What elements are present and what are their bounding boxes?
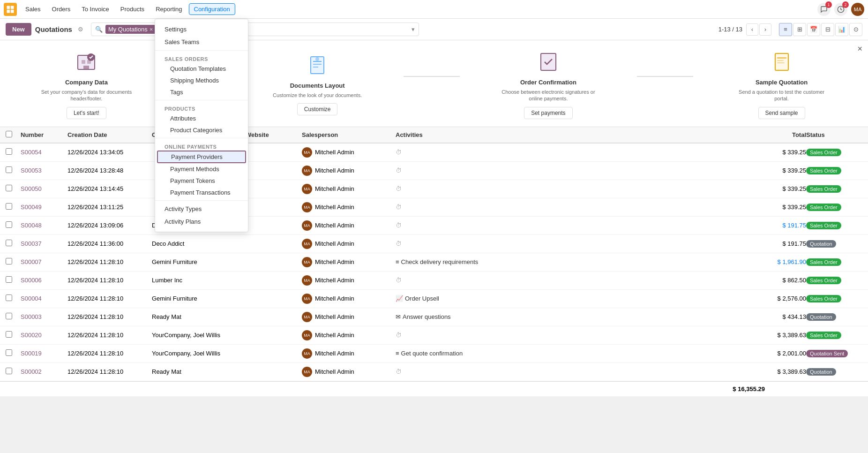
setup-step-docs: Documents Layout Customize the look of y… <box>273 51 362 115</box>
table-row[interactable]: S00049 12/26/2024 13:11:25 MA Mitchell A… <box>0 198 868 217</box>
row-number: S00007 <box>21 258 67 265</box>
row-checkbox[interactable] <box>6 185 12 191</box>
salesperson-avatar: MA <box>302 184 312 194</box>
row-checkbox[interactable] <box>6 166 12 173</box>
menu-quotation-templates[interactable]: Quotation Templates <box>155 63 248 75</box>
filter-tag-close[interactable]: × <box>150 26 153 33</box>
step2-btn[interactable]: Customize <box>297 103 338 115</box>
pagination-range: 1-13 / 13 <box>718 26 742 33</box>
table-row[interactable]: S00006 12/26/2024 11:28:10 Lumber Inc MA… <box>0 272 868 290</box>
menu-payment-transactions[interactable]: Payment Transactions <box>155 187 248 198</box>
menu-activity-types[interactable]: Activity Types <box>155 203 248 215</box>
row-checkbox[interactable] <box>6 276 12 283</box>
row-status-cell: Sales Order <box>806 167 862 174</box>
status-badge: Sales Order <box>806 185 841 193</box>
row-checkbox[interactable] <box>6 258 12 264</box>
view-kanban-btn[interactable]: ⊞ <box>793 23 806 36</box>
table-row[interactable]: S00019 12/26/2024 11:28:10 YourCompany, … <box>0 345 868 363</box>
nav-to-invoice[interactable]: To Invoice <box>77 4 114 15</box>
salesperson-name: Mitchell Admin <box>315 185 354 192</box>
row-salesperson: MA Mitchell Admin <box>302 239 396 249</box>
table-body: S00054 12/26/2024 13:34:05 MA Mitchell A… <box>0 143 868 381</box>
menu-product-categories[interactable]: Product Categories <box>155 124 248 136</box>
table-row[interactable]: S00020 12/26/2024 11:28:10 YourCompany, … <box>0 326 868 345</box>
view-calendar-btn[interactable]: 📅 <box>807 23 820 36</box>
svg-rect-2 <box>7 9 10 13</box>
table-row[interactable]: S00003 12/26/2024 11:28:10 Ready Mat MA … <box>0 308 868 326</box>
table-row[interactable]: S00007 12/26/2024 11:28:10 Gemini Furnit… <box>0 253 868 272</box>
table-row[interactable]: S00053 12/26/2024 13:28:48 MA Mitchell A… <box>0 162 868 180</box>
table-row[interactable]: S00002 12/26/2024 11:28:10 Ready Mat MA … <box>0 363 868 381</box>
step3-btn[interactable]: Set payments <box>524 107 572 119</box>
menu-payment-methods[interactable]: Payment Methods <box>155 163 248 175</box>
menu-settings[interactable]: Settings <box>155 23 248 36</box>
col-creation-date: Creation Date <box>67 131 152 138</box>
new-button[interactable]: New <box>6 23 31 36</box>
user-avatar[interactable]: MA <box>851 3 864 16</box>
svg-rect-8 <box>83 66 89 69</box>
step1-btn[interactable]: Let's start! <box>67 107 106 119</box>
row-number: S00020 <box>21 332 67 339</box>
menu-tags[interactable]: Tags <box>155 86 248 98</box>
divider-2 <box>155 100 248 100</box>
row-date: 12/26/2024 11:36:00 <box>67 240 152 247</box>
pagination-next[interactable]: › <box>759 23 771 36</box>
view-activity-btn[interactable]: ⊙ <box>849 23 862 36</box>
step1-desc: Set your company's data for documents he… <box>39 89 133 102</box>
activity-clock-icon: ⏱ <box>396 368 402 375</box>
row-checkbox[interactable] <box>6 294 12 301</box>
row-salesperson: MA Mitchell Admin <box>302 257 396 267</box>
row-status-cell: Sales Order <box>806 185 862 192</box>
table-row[interactable]: S00048 12/26/2024 13:09:06 Deco Addict M… <box>0 217 868 235</box>
nav-configuration[interactable]: Configuration <box>189 3 235 15</box>
row-activity: ≡Check delivery requirements <box>396 258 489 265</box>
table-row[interactable]: S00050 12/26/2024 13:14:45 MA Mitchell A… <box>0 180 868 198</box>
row-checkbox[interactable] <box>6 221 12 228</box>
step4-desc: Send a quotation to test the customer po… <box>735 89 829 102</box>
status-badge: Sales Order <box>806 167 841 174</box>
menu-shipping-methods[interactable]: Shipping Methods <box>155 75 248 86</box>
table-row[interactable]: S00054 12/26/2024 13:34:05 MA Mitchell A… <box>0 143 868 162</box>
menu-sales-teams[interactable]: Sales Teams <box>155 36 248 48</box>
nav-reporting[interactable]: Reporting <box>151 4 187 15</box>
row-activity: ⏱ <box>396 185 489 192</box>
row-checkbox[interactable] <box>6 331 12 338</box>
status-badge: Quotation Sent <box>806 350 848 357</box>
pagination-prev[interactable]: ‹ <box>746 23 758 36</box>
table-row[interactable]: S00004 12/26/2024 11:28:10 Gemini Furnit… <box>0 290 868 308</box>
view-chart-btn[interactable]: 📊 <box>835 23 848 36</box>
settings-gear-icon[interactable]: ⚙ <box>78 26 83 33</box>
view-list-btn[interactable]: ≡ <box>779 23 792 36</box>
menu-payment-tokens[interactable]: Payment Tokens <box>155 175 248 187</box>
row-checkbox[interactable] <box>6 240 12 246</box>
messages-icon-btn[interactable]: 1 <box>817 3 831 16</box>
setup-close-btn[interactable]: × <box>857 44 862 54</box>
row-checkbox[interactable] <box>6 368 12 374</box>
row-checkbox[interactable] <box>6 313 12 319</box>
select-all-checkbox[interactable] <box>6 131 12 137</box>
step4-title: Sample Quotation <box>756 79 808 86</box>
search-dropdown-icon[interactable]: ▾ <box>412 26 415 33</box>
nav-products[interactable]: Products <box>116 4 149 15</box>
menu-attributes[interactable]: Attributes <box>155 113 248 124</box>
step3-desc: Choose between electronic signatures or … <box>501 89 595 102</box>
step2-title: Documents Layout <box>290 82 345 89</box>
table-row[interactable]: S00037 12/26/2024 11:36:00 Deco Addict M… <box>0 235 868 253</box>
nav-orders[interactable]: Orders <box>47 4 75 15</box>
step4-btn[interactable]: Send sample <box>758 107 805 119</box>
svg-rect-19 <box>777 62 785 63</box>
row-status-cell: Sales Order <box>806 149 862 156</box>
activity-clock-icon: ⏱ <box>396 222 402 229</box>
menu-payment-providers[interactable]: Payment Providers <box>157 151 246 163</box>
filter-tag-my-quotations[interactable]: My Quotations × <box>105 25 156 34</box>
row-checkbox[interactable] <box>6 148 12 155</box>
activities-icon-btn[interactable]: 2 <box>834 3 847 16</box>
nav-sales[interactable]: Sales <box>21 4 45 15</box>
app-logo[interactable] <box>4 3 17 16</box>
view-spreadsheet-btn[interactable]: ⊟ <box>821 23 834 36</box>
row-checkbox[interactable] <box>6 349 12 356</box>
menu-activity-plans[interactable]: Activity Plans <box>155 215 248 228</box>
row-checkbox[interactable] <box>6 203 12 210</box>
activity-clock-icon: ⏱ <box>396 149 402 156</box>
svg-rect-15 <box>541 53 556 70</box>
